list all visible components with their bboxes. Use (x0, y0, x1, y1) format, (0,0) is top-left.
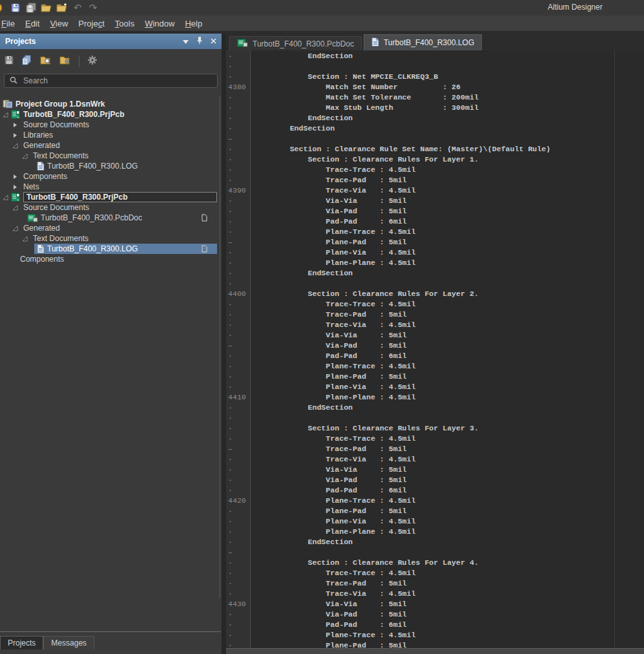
tree-item-text-documents[interactable]: Text Documents (0, 233, 217, 244)
search-input[interactable] (22, 76, 212, 86)
tree-item-turbotb-f400-r300-prjpcb[interactable]: TurbotB_F400_R300.PrjPcb (0, 109, 217, 120)
pcb-doc-icon (27, 214, 38, 222)
log-line: · Trace-Trace : 4.5mil (226, 568, 644, 578)
doc-icon (37, 244, 45, 253)
tree-indent (0, 145, 12, 146)
tree-indent (0, 125, 12, 125)
tree-item-body: Nets (18, 182, 217, 192)
horizontal-scrollbar[interactable] (226, 648, 644, 654)
log-line: · Via-Via : 5mil (226, 465, 644, 475)
line-number: · (226, 413, 251, 423)
log-line: · Trace-Pad : 5mil (226, 175, 644, 185)
menu-help[interactable]: Help (180, 17, 207, 30)
toolbar-settings-gear-icon[interactable] (87, 55, 98, 68)
log-line: · Pad-Pad : 6mil (226, 485, 644, 496)
log-line: · EndSection (226, 51, 644, 61)
line-number: · (226, 351, 251, 361)
log-line-text: EndSection (251, 268, 353, 279)
log-line: · EndSection (226, 113, 644, 123)
line-number: · (226, 144, 251, 154)
toolbar-project-options-folder-icon[interactable] (59, 55, 71, 68)
toolbar-save-icon[interactable] (4, 55, 14, 68)
save-icon[interactable] (10, 2, 21, 14)
log-line: · Trace-Pad : 5mil (226, 310, 644, 320)
tree-item-components[interactable]: Components (0, 171, 217, 182)
tree-item-body: Text Documents (28, 151, 217, 161)
panel-tab-projects[interactable]: Projects (0, 636, 43, 649)
log-line-text: Section : Clearance Rules For Layer 4. (251, 558, 479, 568)
menu-view[interactable]: View (45, 17, 73, 30)
editor-area: TurbotB_F400_R300.PcbDocTurbotB_F400_R30… (226, 34, 644, 654)
tree-item-project-group-1-dsnwrk[interactable]: Project Group 1.DsnWrk (0, 99, 217, 109)
log-line-text (251, 413, 254, 423)
tree-item-source-documents[interactable]: Source Documents (0, 120, 217, 130)
projects-panel-toolbar (0, 52, 222, 71)
tree-indent (0, 249, 32, 249)
log-line-text: Pad-Pad : 6mil (251, 620, 407, 630)
open-icon[interactable] (41, 2, 52, 14)
toolbar-explore-folder-icon[interactable] (40, 55, 52, 68)
save-all-icon[interactable] (25, 2, 37, 14)
log-line: · Section : Clearance Rules For Layer 3. (226, 423, 644, 434)
tree-item-source-documents[interactable]: Source Documents (0, 202, 217, 213)
menu-project[interactable]: Project (73, 17, 109, 30)
tree-item-turbotb-f400-r300-log[interactable]: TurbotB_F400_R300.LOG (0, 161, 217, 171)
document-tab-label: TurbotB_F400_R300.PcbDoc (253, 39, 354, 48)
menu-window[interactable]: Window (140, 17, 180, 30)
tree-item-generated[interactable]: Generated (0, 223, 217, 233)
altium-logo-icon[interactable] (0, 2, 6, 14)
log-line-text: Trace-Trace : 4.5mil (251, 299, 415, 310)
menu-tools[interactable]: Tools (110, 17, 140, 30)
log-line: 4430 Via-Via : 5mil (226, 599, 644, 609)
text-editor[interactable]: · EndSection·· Section : Net MPCIE_CLKRE… (226, 50, 644, 649)
menu-edit[interactable]: Edit (20, 17, 45, 30)
line-number: · (226, 196, 251, 206)
document-tabbar: TurbotB_F400_R300.PcbDocTurbotB_F400_R30… (226, 34, 644, 50)
tree-indent (0, 135, 12, 136)
tree-item-components[interactable]: Components (0, 254, 217, 264)
projects-panel-header[interactable]: Projects (0, 34, 222, 49)
tree-item-text-documents[interactable]: Text Documents (0, 151, 217, 161)
document-tab-turbotb-f400-r300-log[interactable]: TurbotB_F400_R300.LOG (364, 34, 482, 50)
log-line-text: Plane-Trace : 4.5mil (251, 630, 415, 640)
tree-item-body: Components (15, 254, 217, 264)
document-tab-turbotb-f400-r300-pcbdoc[interactable]: TurbotB_F400_R300.PcbDoc (229, 36, 362, 50)
tree-item-turbotb-f400-r300-log[interactable]: TurbotB_F400_R300.LOG (0, 244, 217, 254)
tree-item-generated[interactable]: Generated (0, 140, 217, 151)
log-line-text: Trace-Via : 4.5mil (251, 320, 415, 330)
tree-bottom-line (0, 631, 221, 632)
search-box[interactable] (4, 74, 218, 88)
log-line: · Plane-Trace : 4.5mil (226, 361, 644, 372)
panel-pin-icon[interactable] (196, 36, 203, 47)
tree-item-body: TurbotB_F400_R300.PcbDoc (25, 213, 217, 223)
panel-header-buttons (183, 36, 216, 47)
log-line-text: Via-Via : 5mil (251, 196, 407, 206)
workspace-icon (3, 100, 13, 109)
line-number: · (226, 630, 251, 640)
log-line-text: Pad-Pad : 6mil (251, 216, 407, 227)
altium-designer-window: { "window": { "title": "Altium Designer"… (0, 0, 644, 654)
log-line: · EndSection (226, 268, 644, 279)
line-number: · (226, 299, 251, 310)
tree-item-nets[interactable]: Nets (0, 182, 217, 192)
toolbar-compile-documents-icon[interactable] (22, 55, 32, 68)
panel-tab-messages[interactable]: Messages (43, 636, 94, 649)
tree-item-body: Generated (18, 140, 217, 151)
log-line: · Section : Clearance Rule Set Name: (Ma… (226, 144, 644, 154)
tree-item-libraries[interactable]: Libraries (0, 130, 217, 140)
line-number: · (226, 123, 251, 134)
line-number: 4430 (226, 599, 251, 609)
tree-item-turbotb-f400-r300-pcbdoc[interactable]: TurbotB_F400_R300.PcbDoc (0, 213, 217, 223)
panel-dropdown-icon[interactable] (183, 37, 189, 46)
log-line-text: EndSection (251, 537, 353, 547)
menu-file[interactable]: File (0, 17, 20, 30)
log-line: · Via-Via : 5mil (226, 330, 644, 341)
line-number: · (226, 61, 251, 72)
panel-close-icon[interactable] (211, 37, 216, 46)
line-number: 4380 (226, 82, 251, 92)
tree-item-turbotb-f400-r300-prjpcb[interactable]: TurbotB_F400_R300.PrjPcb (0, 192, 217, 202)
redo-icon[interactable]: ↷ (87, 2, 99, 14)
log-line-text: Plane-Via : 4.5mil (251, 382, 415, 392)
open-project-icon[interactable] (56, 2, 68, 14)
undo-icon[interactable]: ↶ (72, 2, 83, 14)
